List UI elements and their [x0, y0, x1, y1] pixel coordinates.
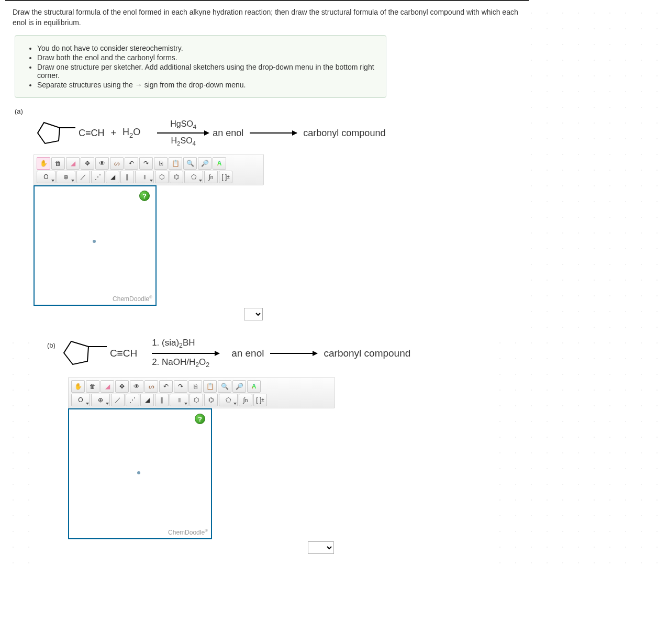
sketcher-canvas-b[interactable]: ? ChemDoodle® — [68, 408, 212, 539]
tool-redo[interactable]: ↷ — [174, 380, 187, 393]
tool-view[interactable]: 👁 — [130, 380, 143, 393]
sketcher-toolbar-b: ✋ 🗑 ◢ ✥ 👁 ᔕ ↶ ↷ ⎘ 📋 🔍 🔎 A O ⊕ ／ ⋰ ◢ ∥ — [68, 377, 335, 408]
tool-redo[interactable]: ↷ — [139, 157, 153, 170]
hint-item: You do not have to consider stereochemis… — [37, 44, 374, 52]
tool-undo[interactable]: ↶ — [159, 380, 173, 393]
substrate-structure-a — [34, 117, 81, 149]
arrow-to-carbonyl-b — [270, 353, 317, 354]
tool-zoom-out[interactable]: 🔎 — [232, 380, 246, 393]
tool-color[interactable]: A — [213, 157, 226, 170]
tool-element[interactable]: O — [71, 394, 90, 406]
sketcher-help-a[interactable]: ? — [139, 191, 150, 201]
tool-bond-double[interactable]: ∥ — [155, 394, 169, 406]
cond-line1-b: 1. (sia)2BH — [152, 337, 195, 350]
tool-chain[interactable]: ∫n — [239, 394, 252, 406]
tool-copy[interactable]: ⎘ — [188, 380, 202, 393]
tool-bond-wedge[interactable]: ◢ — [106, 171, 119, 183]
tool-bond-more[interactable]: ⫴ — [170, 394, 188, 406]
hint-item: Separate structures using the → sign fro… — [37, 81, 374, 89]
tool-charge[interactable]: ⊕ — [57, 171, 75, 183]
product-carbonyl-b: carbonyl compound — [324, 348, 410, 359]
part-b-label: (b) — [47, 341, 55, 349]
sketcher-canvas-a[interactable]: ? ChemDoodle® — [34, 185, 157, 306]
tool-color[interactable]: A — [247, 380, 261, 393]
question-panel: Draw the structural formula of the enol … — [5, 0, 529, 328]
product-carbonyl-a: carbonyl compound — [303, 128, 385, 139]
tool-view[interactable]: 👁 — [95, 157, 109, 170]
chemdoodle-brand-a: ChemDoodle® — [113, 295, 152, 303]
question-prompt: Draw the structural formula of the enol … — [13, 7, 521, 28]
tool-hand[interactable]: ✋ — [37, 157, 50, 170]
plus-sign: + — [111, 128, 117, 139]
tool-bond-single[interactable]: ／ — [76, 171, 90, 183]
cond-top-a: HgSO4 — [170, 119, 196, 130]
tool-zoom-out[interactable]: 🔎 — [198, 157, 211, 170]
sketcher-a: ✋ 🗑 ◢ ✥ 👁 ᔕ ↶ ↷ ⎘ 📋 🔍 🔎 A O ⊕ ／ ⋰ ◢ ∥ — [34, 154, 264, 321]
tool-bond-single[interactable]: ／ — [111, 394, 125, 406]
tool-paste[interactable]: 📋 — [203, 380, 217, 393]
product-enol-a: an enol — [213, 128, 243, 139]
substrate-text-a: C≡CH — [79, 128, 105, 139]
tool-element[interactable]: O — [37, 171, 55, 183]
tool-trash[interactable]: 🗑 — [51, 157, 65, 170]
cond-line2-b: 2. NaOH/H2O2 — [152, 357, 209, 370]
hint-box: You do not have to consider stereochemis… — [15, 35, 386, 98]
tool-chain[interactable]: ∫n — [204, 171, 218, 183]
tool-zoom-in[interactable]: 🔍 — [218, 380, 231, 393]
tool-ring-benzene[interactable]: ⌬ — [170, 171, 183, 183]
arrow-to-carbonyl-a — [250, 132, 297, 134]
tool-ring-benzene[interactable]: ⌬ — [204, 394, 218, 406]
hint-item: Draw both the enol and the carbonyl form… — [37, 53, 374, 62]
substrate-structure-b — [60, 335, 112, 372]
tool-ring-hex[interactable]: ⬡ — [155, 171, 169, 183]
add-sketcher-dropdown-a[interactable] — [244, 308, 263, 320]
tool-ring-pent[interactable]: ⬠ — [219, 394, 238, 406]
tool-ring-hex[interactable]: ⬡ — [190, 394, 203, 406]
sketcher-toolbar-a: ✋ 🗑 ◢ ✥ 👁 ᔕ ↶ ↷ ⎘ 📋 🔍 🔎 A O ⊕ ／ ⋰ ◢ ∥ — [34, 154, 264, 185]
tool-bracket[interactable]: [ ]± — [253, 394, 267, 406]
tool-charge[interactable]: ⊕ — [91, 394, 110, 406]
tool-bond-double[interactable]: ∥ — [120, 171, 134, 183]
product-enol-b: an enol — [231, 348, 264, 359]
start-atom-b[interactable] — [137, 471, 140, 474]
tool-move[interactable]: ✥ — [115, 380, 129, 393]
reaction-arrow-a: HgSO4 H2SO4 — [157, 119, 209, 147]
tool-paste[interactable]: 📋 — [169, 157, 182, 170]
reaction-a: C≡CH + H2O HgSO4 H2SO4 an enol carbonyl … — [34, 117, 521, 149]
reagent-h2o: H2O — [123, 127, 140, 139]
cond-bot-a: H2SO4 — [171, 136, 196, 147]
sketcher-b: ✋ 🗑 ◢ ✥ 👁 ᔕ ↶ ↷ ⎘ 📋 🔍 🔎 A O ⊕ ／ ⋰ ◢ ∥ — [68, 377, 335, 555]
svg-marker-2 — [64, 341, 88, 364]
tool-undo[interactable]: ↶ — [125, 157, 138, 170]
tool-trash[interactable]: 🗑 — [86, 380, 99, 393]
tool-hand[interactable]: ✋ — [71, 380, 85, 393]
chemdoodle-brand-b: ChemDoodle® — [168, 528, 208, 536]
tool-lasso[interactable]: ᔕ — [110, 157, 124, 170]
tool-move[interactable]: ✥ — [81, 157, 94, 170]
sketcher-help-b[interactable]: ? — [195, 414, 205, 424]
start-atom-a[interactable] — [93, 240, 96, 243]
add-sketcher-dropdown-b[interactable] — [308, 541, 334, 554]
reaction-b: C≡CH 1. (sia)2BH 2. NaOH/H2O2 an enol ca… — [60, 335, 410, 372]
tool-bond-wedge[interactable]: ◢ — [140, 394, 154, 406]
hint-item: Draw one structure per sketcher. Add add… — [37, 63, 374, 80]
tool-ring-pent[interactable]: ⬠ — [184, 171, 203, 183]
svg-marker-0 — [38, 123, 60, 143]
tool-eraser[interactable]: ◢ — [66, 157, 80, 170]
tool-bond-dash[interactable]: ⋰ — [126, 394, 139, 406]
tool-bond-dash[interactable]: ⋰ — [91, 171, 105, 183]
part-a-label: (a) — [15, 107, 521, 115]
substrate-text-b: C≡CH — [110, 348, 137, 359]
tool-bond-more[interactable]: ⫴ — [135, 171, 154, 183]
tool-bracket[interactable]: [ ]± — [219, 171, 232, 183]
tool-eraser[interactable]: ◢ — [101, 380, 114, 393]
part-b-section: (b) C≡CH 1. (sia)2BH 2. NaOH/H2O2 an eno… — [42, 328, 487, 565]
tool-zoom-in[interactable]: 🔍 — [183, 157, 197, 170]
tool-lasso[interactable]: ᔕ — [144, 380, 158, 393]
tool-copy[interactable]: ⎘ — [154, 157, 168, 170]
